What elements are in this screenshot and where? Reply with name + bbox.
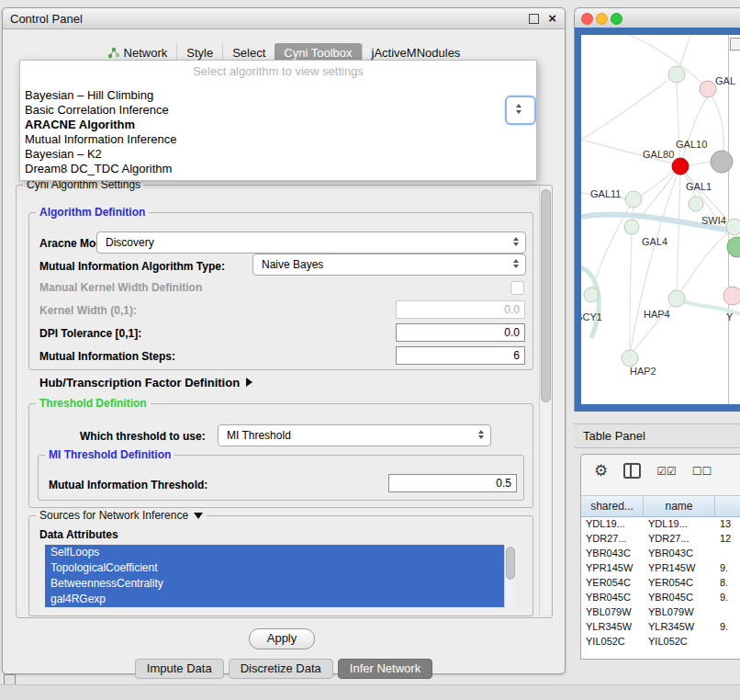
- cell-shared-name: YER054C: [581, 575, 644, 590]
- settings-scrollbar-thumb[interactable]: [541, 189, 551, 402]
- network-node: [584, 288, 599, 302]
- table-row[interactable]: YBL079W YBL079W: [581, 604, 740, 619]
- mac-close-icon[interactable]: [581, 13, 593, 25]
- network-tab-icon: [107, 47, 119, 59]
- mi-threshold-input[interactable]: [388, 474, 517, 492]
- manual-kernel-width-label: Manual Kernel Width Definition: [39, 281, 202, 294]
- algorithm-option[interactable]: Bayesian – Hill Climbing: [23, 88, 533, 103]
- control-panel-window: Control Panel × Network Style Select: [2, 7, 566, 674]
- cell-name: YDL19...: [644, 516, 715, 531]
- cell-value: 9.: [715, 560, 740, 575]
- kernel-width-label: Kernel Width (0,1):: [39, 304, 137, 317]
- mi-algorithm-type-combo[interactable]: Naive Bayes: [252, 254, 526, 276]
- attribute-list-item[interactable]: gal4RGexp: [45, 592, 504, 607]
- network-strip-box[interactable]: [730, 38, 740, 51]
- algorithm-option[interactable]: Mutual Information Inference: [23, 132, 533, 147]
- tab-label: Style: [186, 46, 213, 60]
- cell-value: 12: [715, 531, 740, 546]
- close-window-icon[interactable]: ×: [548, 10, 556, 27]
- chevron-down-icon: [194, 513, 203, 519]
- which-threshold-combo[interactable]: MI Threshold: [218, 424, 491, 446]
- aracne-mode-combo[interactable]: Discovery: [96, 231, 526, 254]
- column-header-shared-name[interactable]: shared...: [581, 496, 644, 516]
- dropdown-placeholder: Select algorithm to view settings: [20, 62, 536, 81]
- which-threshold-value: MI Threshold: [227, 429, 291, 442]
- mac-zoom-icon[interactable]: [611, 13, 622, 25]
- tab-discretize-data[interactable]: Discretize Data: [229, 659, 333, 679]
- select-all-icon[interactable]: ☑☑: [656, 465, 677, 478]
- algorithm-option[interactable]: Dream8 DC_TDC Algorithm: [23, 162, 533, 176]
- hub-section-toggle[interactable]: Hub/Transcription Factor Definition: [39, 376, 252, 390]
- algorithm-option[interactable]: Basic Correlation Inference: [23, 103, 533, 118]
- node-label: Y: [726, 311, 734, 322]
- algorithm-option[interactable]: ARACNE Algorithm: [23, 118, 533, 132]
- attribute-list-item[interactable]: SelfLoops: [45, 545, 504, 560]
- cell-value: [715, 546, 740, 560]
- apply-button[interactable]: Apply: [249, 628, 315, 649]
- tab-label: Select: [232, 46, 265, 60]
- node-label: HAP2: [630, 366, 656, 377]
- threshold-definition-title: Threshold Definition: [36, 397, 151, 410]
- attribute-list-scrollbar-thumb[interactable]: [506, 547, 515, 580]
- table-body: YDL19... YDL19... 13 YDR27... YDR27... 1…: [581, 516, 740, 659]
- cell-name: YBR043C: [644, 546, 715, 560]
- float-window-icon[interactable]: [529, 14, 539, 24]
- column-header-name[interactable]: name: [644, 496, 715, 516]
- kernel-width-input: [396, 300, 525, 319]
- cell-value: 9.: [715, 619, 740, 634]
- deselect-all-icon[interactable]: ☐☐: [692, 465, 712, 478]
- mi-steps-input[interactable]: [396, 346, 525, 365]
- table-row[interactable]: YIL052C YIL052C: [581, 634, 740, 649]
- cell-shared-name: YIL052C: [581, 634, 644, 649]
- network-node: [624, 220, 639, 234]
- mi-algorithm-type-value: Naive Bayes: [262, 258, 323, 271]
- dpi-tolerance-label: DPI Tolerance [0,1]:: [39, 327, 141, 340]
- tab-infer-network[interactable]: Infer Network: [338, 659, 432, 679]
- manual-kernel-width-checkbox: [510, 281, 524, 295]
- network-node: [689, 197, 703, 211]
- node-label: SWI4: [701, 215, 726, 226]
- node-table: shared... name YDL19... YDL19... 13 YDR2…: [581, 495, 740, 659]
- cell-name: YER054C: [644, 575, 715, 590]
- table-row[interactable]: YPR145W YPR145W 9.: [581, 560, 740, 575]
- mac-minimize-icon[interactable]: [596, 13, 608, 25]
- table-row[interactable]: YLR345W YLR345W 9.: [581, 619, 740, 634]
- settings-scrollbar[interactable]: [539, 186, 551, 615]
- tab-label: Network: [124, 46, 168, 60]
- table-settings-gear-icon[interactable]: ⚙: [594, 463, 608, 479]
- attribute-list-scrollbar[interactable]: [504, 545, 515, 607]
- table-toolbar: ⚙ ☑☑ ☐☐: [594, 463, 712, 479]
- dpi-tolerance-input[interactable]: [396, 323, 525, 342]
- cell-name: YBR045C: [644, 590, 715, 604]
- algorithm-option[interactable]: Bayesian – K2: [23, 147, 533, 162]
- attribute-list-item[interactable]: BetweennessCentrality: [45, 576, 504, 592]
- cell-shared-name: YDL19...: [581, 516, 644, 531]
- sources-toggle[interactable]: Sources for Network Inference: [36, 509, 207, 522]
- node-label: GCY1: [581, 311, 602, 322]
- table-row[interactable]: YDL19... YDL19... 13: [581, 516, 740, 531]
- table-row[interactable]: YER054C YER054C 8.: [581, 575, 740, 590]
- node-label: GAL11: [590, 188, 621, 199]
- cell-shared-name: YBR043C: [581, 546, 644, 560]
- table-row[interactable]: YDR27... YDR27... 12: [581, 531, 740, 546]
- data-attributes-list: SelfLoops TopologicalCoefficient Between…: [45, 545, 504, 607]
- status-bar: [0, 684, 740, 700]
- network-node: [700, 81, 716, 97]
- attribute-list-item[interactable]: TopologicalCoefficient: [45, 560, 504, 576]
- mi-steps-label: Mutual Information Steps:: [39, 350, 175, 363]
- window-title: Control Panel: [10, 12, 83, 26]
- combo-arrows-icon: [478, 430, 484, 439]
- tab-impute-data[interactable]: Impute Data: [135, 659, 224, 679]
- cell-value: 8.: [715, 575, 740, 590]
- combo-focus-ring: [505, 96, 536, 125]
- algorithm-options: Bayesian – Hill Climbing Basic Correlati…: [23, 88, 533, 176]
- table-panel-title: Table Panel: [583, 429, 645, 443]
- table-panel-window: ⚙ ☑☑ ☐☐ shared... name YDL19... YDL19...…: [580, 454, 740, 660]
- show-columns-icon[interactable]: [623, 463, 641, 479]
- cell-shared-name: YPR145W: [581, 560, 644, 575]
- table-row[interactable]: YBR043C YBR043C: [581, 546, 740, 560]
- table-row[interactable]: YBR045C YBR045C 9.: [581, 590, 740, 604]
- column-header-extra[interactable]: [715, 496, 740, 516]
- network-node: [668, 66, 685, 83]
- node-label: HAP4: [644, 309, 670, 320]
